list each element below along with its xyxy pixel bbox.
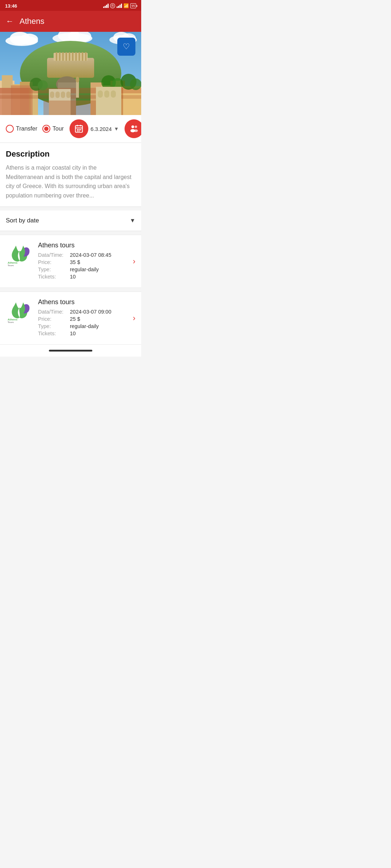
- date-value: 6.3.2024: [91, 126, 112, 132]
- svg-text:Tours: Tours: [8, 321, 14, 323]
- svg-rect-21: [82, 52, 83, 61]
- tour-info: Athens tours Data/Time: 2024-03-07 08:45…: [38, 242, 135, 281]
- svg-rect-19: [75, 52, 77, 61]
- tickets-value: 10: [70, 274, 76, 280]
- bottom-bar: [49, 350, 92, 352]
- svg-rect-64: [79, 131, 80, 131]
- date-selector[interactable]: 6.3.2024 ▼: [70, 119, 119, 138]
- svg-point-48: [130, 78, 141, 90]
- tour-arrow-icon[interactable]: ›: [133, 314, 135, 323]
- people-icon: [129, 124, 139, 133]
- price-label: Price:: [38, 316, 67, 322]
- svg-rect-11: [47, 58, 94, 78]
- tour-type-row: Type: regular-daily: [38, 323, 135, 329]
- description-body: Athens is a major coastal city in the Me…: [6, 163, 135, 200]
- tour-card[interactable]: Athens Tours Greece Athens tours Data/Ti…: [0, 292, 141, 345]
- svg-point-50: [76, 77, 79, 82]
- radio-transfer[interactable]: Transfer: [6, 125, 37, 133]
- hero-image-container: ♡: [0, 32, 141, 115]
- bottom-home-indicator: [0, 345, 141, 357]
- svg-rect-55: [111, 90, 116, 98]
- svg-rect-13: [56, 52, 57, 61]
- tour-logo: Athens Tours Greece: [6, 298, 33, 324]
- tickets-label: Tickets:: [38, 274, 67, 280]
- battery-icon: 95: [130, 3, 136, 8]
- people-button[interactable]: [125, 119, 141, 138]
- type-value: regular-daily: [70, 323, 99, 329]
- svg-rect-20: [79, 52, 80, 61]
- status-icons: ® 📶 95: [103, 3, 136, 8]
- radio-tour[interactable]: Tour: [42, 125, 64, 133]
- type-label: Type:: [38, 267, 67, 272]
- header: ← Athens: [0, 11, 141, 32]
- registered-icon: ®: [110, 3, 115, 8]
- svg-point-65: [131, 125, 134, 128]
- sort-row[interactable]: Sort by date ▼: [0, 210, 141, 231]
- svg-rect-15: [62, 52, 64, 61]
- radio-transfer-label: Transfer: [16, 125, 37, 132]
- people-selector[interactable]: 1 ▼: [125, 119, 141, 138]
- svg-rect-63: [77, 131, 78, 131]
- tour-price-row: Price: 35 $: [38, 259, 135, 265]
- tour-datetime-row: Data/Time: 2024-03-07 08:45: [38, 252, 135, 258]
- tour-tickets-row: Tickets: 10: [38, 331, 135, 336]
- svg-rect-62: [80, 129, 81, 130]
- radio-transfer-circle[interactable]: [6, 125, 14, 133]
- tour-logo: Athens Tours Greece: [6, 242, 33, 267]
- svg-rect-16: [66, 52, 67, 61]
- tour-datetime-row: Data/Time: 2024-03-07 09:00: [38, 309, 135, 315]
- status-bar: 13:46 ® 📶 95: [0, 0, 141, 11]
- sort-chevron-icon[interactable]: ▼: [130, 217, 135, 224]
- page-title: Athens: [20, 17, 45, 26]
- calendar-icon: [74, 124, 84, 133]
- athens-tours-logo: Athens Tours Greece: [7, 299, 32, 323]
- controls-row: Transfer Tour 6.3.2024 ▼: [0, 115, 141, 143]
- datetime-value: 2024-03-07 08:45: [70, 252, 112, 258]
- svg-point-44: [38, 80, 48, 90]
- tours-list: Athens Tours Greece Athens tours Data/Ti…: [0, 231, 141, 345]
- radio-tour-label: Tour: [52, 125, 64, 132]
- back-button[interactable]: ←: [6, 17, 14, 26]
- radio-tour-circle[interactable]: [42, 125, 50, 133]
- radio-group: Transfer Tour: [6, 125, 64, 133]
- svg-rect-54: [104, 90, 109, 98]
- price-value: 25 $: [70, 316, 80, 322]
- price-label: Price:: [38, 259, 67, 265]
- description-title: Description: [6, 149, 135, 159]
- signal-bars-icon: [103, 4, 109, 8]
- svg-text:Athens: Athens: [8, 318, 18, 321]
- svg-rect-18: [72, 52, 73, 61]
- datetime-label: Data/Time:: [38, 252, 67, 258]
- datetime-label: Data/Time:: [38, 309, 67, 315]
- sort-label: Sort by date: [6, 217, 39, 224]
- svg-rect-61: [79, 129, 80, 130]
- svg-rect-51: [43, 101, 98, 115]
- datetime-value: 2024-03-07 09:00: [70, 309, 112, 315]
- tour-type-row: Type: regular-daily: [38, 267, 135, 272]
- type-label: Type:: [38, 323, 67, 329]
- svg-rect-42: [66, 92, 71, 98]
- description-section: Description Athens is a major coastal ci…: [0, 143, 141, 207]
- svg-rect-22: [85, 52, 87, 61]
- price-value: 35 $: [70, 259, 80, 265]
- date-chevron-icon[interactable]: ▼: [114, 126, 119, 132]
- svg-rect-40: [55, 92, 60, 98]
- tour-card[interactable]: Athens Tours Greece Athens tours Data/Ti…: [0, 235, 141, 288]
- svg-text:Tours: Tours: [8, 264, 14, 266]
- svg-point-68: [134, 129, 138, 132]
- tour-price-row: Price: 25 $: [38, 316, 135, 322]
- tour-tickets-row: Tickets: 10: [38, 274, 135, 280]
- svg-rect-60: [77, 129, 78, 130]
- signal-bars2-icon: [117, 4, 122, 8]
- tour-name: Athens tours: [38, 242, 135, 249]
- calendar-button[interactable]: [70, 119, 88, 138]
- type-value: regular-daily: [70, 267, 99, 272]
- tickets-label: Tickets:: [38, 331, 67, 336]
- svg-point-3: [20, 34, 38, 44]
- svg-point-67: [135, 125, 138, 128]
- tour-arrow-icon[interactable]: ›: [133, 257, 135, 266]
- tickets-value: 10: [70, 331, 76, 336]
- status-time: 13:46: [5, 3, 17, 9]
- svg-rect-17: [69, 52, 70, 61]
- favorite-button[interactable]: ♡: [117, 38, 135, 56]
